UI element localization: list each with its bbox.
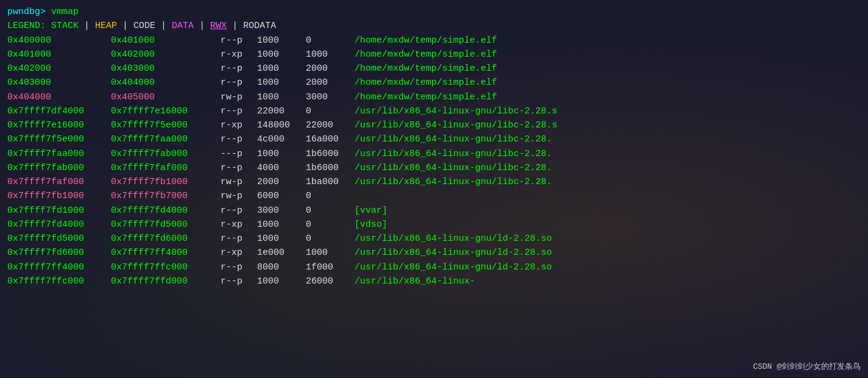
mem-start: 0x7ffff7fd1000 — [7, 204, 111, 218]
mem-size: 1000 — [257, 147, 306, 161]
legend-rwx: RWX — [210, 19, 227, 33]
mem-size: 1000 — [257, 34, 306, 48]
mem-start: 0x7ffff7ff4000 — [7, 260, 111, 274]
mem-offset: 0 — [306, 232, 355, 246]
mem-start: 0x402000 — [7, 62, 111, 76]
mem-perm: r--p — [221, 232, 257, 246]
mem-path: /usr/lib/x86_64-linux-gnu/libc-2.28.s — [355, 118, 557, 132]
mem-end: 0x7ffff7fd5000 — [111, 218, 221, 232]
mem-path: /usr/lib/x86_64-linux-gnu/libc-2.28. — [355, 175, 552, 189]
prompt-line: pwndbg> vmmap — [7, 5, 861, 19]
mem-end: 0x7ffff7fab000 — [111, 147, 221, 161]
table-row: 0x7ffff7df40000x7ffff7e16000r--p220000/u… — [7, 104, 861, 118]
mem-start: 0x7ffff7fb1000 — [7, 189, 111, 203]
mem-perm: r--p — [221, 274, 257, 288]
table-row: 0x7ffff7fab0000x7ffff7faf000r--p40001b60… — [7, 161, 861, 175]
mem-end: 0x7ffff7ffc000 — [111, 260, 221, 274]
mem-offset: 2000 — [306, 76, 355, 90]
mem-offset: 0 — [306, 204, 355, 218]
legend-data: DATA — [172, 19, 194, 33]
mem-perm: rw-p — [221, 175, 257, 189]
table-row: 0x7ffff7fb10000x7ffff7fb7000rw-p60000 — [7, 189, 861, 203]
mem-size: 1000 — [257, 62, 306, 76]
mem-size: 6000 — [257, 189, 306, 203]
legend-sep4: | — [194, 19, 210, 33]
mem-offset: 1ba000 — [306, 175, 355, 189]
mem-perm: r-xp — [221, 118, 257, 132]
attribution-text: CSDN @剑剑剑少女的打发条鸟 — [753, 361, 861, 373]
mem-offset: 22000 — [306, 118, 355, 132]
mem-size: 4c000 — [257, 132, 306, 146]
mem-end: 0x7ffff7f5e000 — [111, 118, 221, 132]
mem-start: 0x7ffff7f5e000 — [7, 132, 111, 146]
memory-rows: 0x4000000x401000r--p10000/home/mxdw/temp… — [7, 34, 861, 289]
mem-path: [vdso] — [355, 218, 387, 232]
mem-path: /usr/lib/x86_64-linux-gnu/ld-2.28.so — [355, 260, 552, 274]
mem-end: 0x403000 — [111, 62, 221, 76]
table-row: 0x4000000x401000r--p10000/home/mxdw/temp… — [7, 34, 861, 48]
mem-start: 0x400000 — [7, 34, 111, 48]
mem-start: 0x7ffff7faf000 — [7, 175, 111, 189]
table-row: 0x7ffff7e160000x7ffff7f5e000r-xp14800022… — [7, 118, 861, 132]
table-row: 0x7ffff7ffc0000x7ffff7ffd000r--p10002600… — [7, 274, 861, 288]
table-row: 0x7ffff7fd10000x7ffff7fd4000r--p30000[vv… — [7, 204, 861, 218]
mem-end: 0x7ffff7faa000 — [111, 132, 221, 146]
table-row: 0x7ffff7faf0000x7ffff7fb1000rw-p20001ba0… — [7, 175, 861, 189]
mem-perm: r--p — [221, 76, 257, 90]
mem-start: 0x7ffff7e16000 — [7, 118, 111, 132]
table-row: 0x7ffff7ff40000x7ffff7ffc000r--p80001f00… — [7, 260, 861, 274]
mem-path: /usr/lib/x86_64-linux-gnu/libc-2.28. — [355, 147, 552, 161]
mem-end: 0x404000 — [111, 76, 221, 90]
mem-end: 0x405000 — [111, 90, 221, 104]
mem-offset: 0 — [306, 189, 355, 203]
mem-size: 1000 — [257, 90, 306, 104]
mem-start: 0x7ffff7ffc000 — [7, 274, 111, 288]
mem-path: [vvar] — [355, 204, 387, 218]
mem-start: 0x401000 — [7, 48, 111, 62]
mem-perm: ---p — [221, 147, 257, 161]
mem-path: /usr/lib/x86_64-linux- — [355, 274, 475, 288]
mem-offset: 1000 — [306, 246, 355, 260]
mem-end: 0x7ffff7faf000 — [111, 161, 221, 175]
mem-path: /home/mxdw/temp/simple.elf — [355, 48, 497, 62]
legend-stack: STACK — [51, 19, 79, 33]
mem-perm: r--p — [221, 34, 257, 48]
mem-offset: 3000 — [306, 90, 355, 104]
mem-perm: r--p — [221, 260, 257, 274]
terminal-container: pwndbg> vmmap LEGEND: STACK | HEAP | COD… — [0, 0, 868, 293]
mem-size: 22000 — [257, 104, 306, 118]
mem-size: 1000 — [257, 76, 306, 90]
table-row: 0x7ffff7f5e0000x7ffff7faa000r--p4c00016a… — [7, 132, 861, 146]
table-row: 0x4040000x405000rw-p10003000/home/mxdw/t… — [7, 90, 861, 104]
mem-perm: r-xp — [221, 218, 257, 232]
mem-size: 8000 — [257, 260, 306, 274]
mem-perm: r-xp — [221, 246, 257, 260]
legend-sep1: | — [79, 19, 95, 33]
mem-size: 4000 — [257, 161, 306, 175]
mem-perm: r-xp — [221, 48, 257, 62]
mem-start: 0x7ffff7fd5000 — [7, 232, 111, 246]
mem-start: 0x404000 — [7, 90, 111, 104]
mem-path: /home/mxdw/temp/simple.elf — [355, 34, 497, 48]
table-row: 0x4010000x402000r-xp10001000/home/mxdw/t… — [7, 48, 861, 62]
mem-end: 0x7ffff7ff4000 — [111, 246, 221, 260]
command-text: vmmap — [51, 5, 79, 19]
legend-rodata: RODATA — [243, 19, 276, 33]
mem-perm: r--p — [221, 62, 257, 76]
mem-offset: 0 — [306, 218, 355, 232]
table-row: 0x7ffff7fd40000x7ffff7fd5000r-xp10000[vd… — [7, 218, 861, 232]
mem-path: /home/mxdw/temp/simple.elf — [355, 76, 497, 90]
mem-start: 0x7ffff7fd6000 — [7, 246, 111, 260]
mem-end: 0x402000 — [111, 48, 221, 62]
mem-offset: 1b6000 — [306, 161, 355, 175]
mem-perm: r--p — [221, 161, 257, 175]
mem-offset: 26000 — [306, 274, 355, 288]
prompt-text: pwndbg> — [7, 5, 51, 19]
mem-offset: 1000 — [306, 48, 355, 62]
mem-offset: 0 — [306, 104, 355, 118]
table-row: 0x4020000x403000r--p10002000/home/mxdw/t… — [7, 62, 861, 76]
mem-end: 0x7ffff7e16000 — [111, 104, 221, 118]
legend-sep5: | — [227, 19, 243, 33]
mem-end: 0x7ffff7ffd000 — [111, 274, 221, 288]
mem-end: 0x7ffff7fb1000 — [111, 175, 221, 189]
